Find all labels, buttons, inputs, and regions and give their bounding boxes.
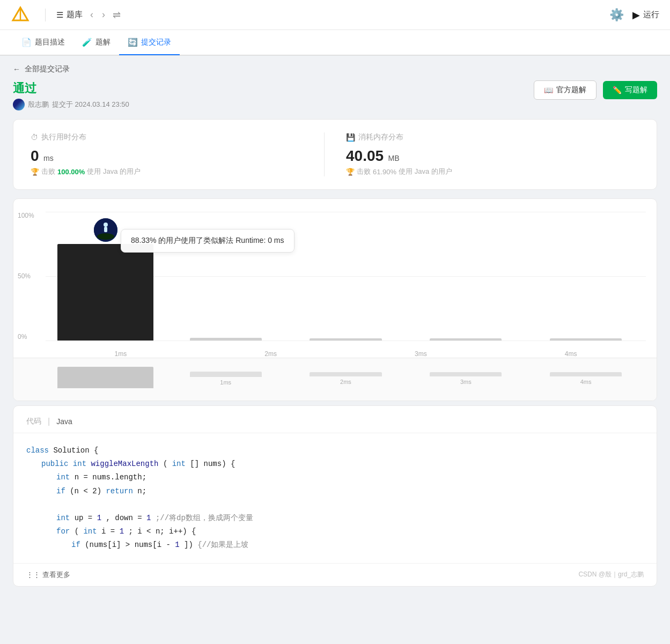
bar-gray-4ms <box>550 338 622 340</box>
edit-icon: ✏️ <box>613 86 622 94</box>
bar-gray-1ms <box>190 338 262 340</box>
mem-pct: 61.90% <box>373 168 396 176</box>
code-section: 代码 | Java class Solution { public int wi… <box>13 405 657 587</box>
mem-sub-suffix: 使用 Java 的用户 <box>399 167 452 176</box>
submission-header: 通过 殷志鹏 提交于 2024.03.14 23:50 📖 官方题解 ✏️ 写题… <box>13 80 657 110</box>
xlabel-4: 4ms <box>565 350 577 358</box>
svg-point-5 <box>104 223 108 227</box>
user-settings-icon[interactable]: ⚙️ <box>609 8 624 22</box>
book-icon: 📖 <box>544 86 553 94</box>
next-btn[interactable]: › <box>99 8 108 21</box>
see-more-btn[interactable]: ⋮⋮ 查看更多 <box>26 570 70 580</box>
csdn-credit: CSDN @殷｜grd_志鹏 <box>578 570 644 579</box>
xlabel-3: 3ms <box>415 350 427 358</box>
write-btn-label: 写题解 <box>625 85 647 95</box>
bar-2ms <box>286 338 406 340</box>
code-line-2: public int wiggleMaxLength ( int [] nums… <box>26 457 644 471</box>
play-icon: ▶ <box>632 9 640 21</box>
code-line-3: int n = nums.length; <box>26 471 644 484</box>
nav-arrows: ‹ › <box>87 8 108 21</box>
run-btn[interactable]: ▶ 运行 <box>632 9 659 21</box>
run-label: 运行 <box>643 10 659 20</box>
mem-title: 💾 消耗内存分布 <box>346 132 639 142</box>
tab-description[interactable]: 📄 题目描述 <box>13 31 73 55</box>
bar-gray-2ms <box>310 338 381 340</box>
ylabel-100: 100% <box>18 212 34 219</box>
status-pass: 通过 <box>13 80 129 97</box>
chart-wrap: 100% 50% 0% <box>13 208 657 358</box>
code-line-7: for ( int i = 1 ; i < n; i++) { <box>26 525 644 538</box>
code-footer: ⋮⋮ 查看更多 CSDN @殷｜grd_志鹏 <box>13 563 657 586</box>
time-sub-suffix: 使用 Java 的用户 <box>87 167 141 176</box>
clock-icon: ⏱ <box>31 133 38 142</box>
mem-sub-prefix: 击败 <box>357 167 371 176</box>
time-title-label: 执行用时分布 <box>41 132 86 142</box>
bar-4ms <box>526 338 646 340</box>
xlabel-2: 2ms <box>264 350 277 358</box>
xaxis: 1ms 2ms 3ms 4ms <box>46 350 646 358</box>
trophy-icon: 🏆 <box>31 168 39 176</box>
bar-3ms <box>406 338 526 340</box>
nav-divider <box>45 9 46 21</box>
see-more-label: 查看更多 <box>42 570 70 580</box>
top-nav: ☰ 题库 ‹ › ⇌ ⚙️ ▶ 运行 <box>0 0 670 30</box>
official-btn-label: 官方题解 <box>556 85 586 95</box>
logo[interactable] <box>11 5 30 25</box>
ylabel-0: 0% <box>18 333 34 340</box>
mini-xlabel-2: 2ms <box>340 379 351 385</box>
chart-yaxis: 100% 50% 0% <box>13 208 39 358</box>
tooltip-text: 88.33% 的用户使用了类似解法 Runtime: 0 ms <box>131 236 284 245</box>
prev-btn[interactable]: ‹ <box>87 8 97 21</box>
mini-xlabel-1: 1ms <box>220 379 231 386</box>
chevron-down-icon: ⋮⋮ <box>26 571 40 579</box>
stats-card: ⏱ 执行用时分布 0 ms 🏆 击败 100.00% 使用 Java 的用户 💾 <box>13 119 657 190</box>
stats-row: ⏱ 执行用时分布 0 ms 🏆 击败 100.00% 使用 Java 的用户 💾 <box>31 132 639 176</box>
back-icon: ← <box>13 65 20 73</box>
mem-unit: MB <box>388 154 400 162</box>
shuffle-btn[interactable]: ⇌ <box>108 8 125 22</box>
submissions-icon: 🔄 <box>128 38 138 47</box>
svg-rect-6 <box>104 227 107 232</box>
official-solution-btn[interactable]: 📖 官方题解 <box>534 80 597 100</box>
time-title: ⏱ 执行用时分布 <box>31 132 324 142</box>
write-solution-btn[interactable]: ✏️ 写题解 <box>603 81 657 99</box>
submitter-info: 殷志鹏 提交于 2024.03.14 23:50 <box>13 99 129 110</box>
tab-description-label: 题目描述 <box>35 38 65 47</box>
time-value-row: 0 ms <box>31 147 324 165</box>
header-actions: 📖 官方题解 ✏️ 写题解 <box>534 80 657 100</box>
time-sub-prefix: 击败 <box>41 167 55 176</box>
code-header: 代码 | Java <box>13 417 657 433</box>
stats-mem: 💾 消耗内存分布 40.05 MB 🏆 击败 61.90% 使用 Java 的用… <box>324 132 639 176</box>
svg-point-4 <box>97 233 114 240</box>
breadcrumb[interactable]: ← 全部提交记录 <box>13 56 657 80</box>
code-body: class Solution { public int wiggleMaxLen… <box>13 433 657 563</box>
tab-solution-label: 题解 <box>95 38 111 47</box>
tab-submissions-label: 提交记录 <box>141 38 171 47</box>
time-sub: 🏆 击败 100.00% 使用 Java 的用户 <box>31 167 324 176</box>
code-lang: Java <box>56 417 72 426</box>
tab-bar: 📄 题目描述 🧪 题解 🔄 提交记录 <box>0 30 670 56</box>
mem-title-label: 消耗内存分布 <box>358 132 403 142</box>
code-line-1: class Solution { <box>26 444 644 457</box>
mem-sub: 🏆 击败 61.90% 使用 Java 的用户 <box>346 167 639 176</box>
code-line-4: if (n < 2) return n; <box>26 485 644 498</box>
chart-container: 100% 50% 0% <box>13 198 657 401</box>
submit-time: 提交于 2024.03.14 23:50 <box>52 100 129 109</box>
mem-trophy-icon: 🏆 <box>346 168 355 176</box>
main-content: ← 全部提交记录 通过 殷志鹏 提交于 2024.03.14 23:50 📖 官… <box>0 56 670 599</box>
list-icon: ☰ <box>56 10 63 20</box>
bar-black-0ms <box>57 244 153 340</box>
tab-submissions[interactable]: 🔄 提交记录 <box>119 31 180 55</box>
code-line-5 <box>26 498 644 512</box>
ylabel-50: 50% <box>18 272 34 280</box>
chart-tooltip: 88.33% 的用户使用了类似解法 Runtime: 0 ms <box>121 229 294 253</box>
mini-xlabel-4: 4ms <box>580 379 592 385</box>
question-bank-btn[interactable]: ☰ 题库 <box>52 8 87 22</box>
time-value: 0 <box>31 147 39 164</box>
tab-solution[interactable]: 🧪 题解 <box>73 31 119 55</box>
mini-xlabel-3: 3ms <box>460 379 472 385</box>
chart-avatar <box>94 218 117 242</box>
description-icon: 📄 <box>21 38 32 47</box>
mem-value-row: 40.05 MB <box>346 147 639 165</box>
code-line-6: int up = 1 , down = 1 ;//将dp数组，换成两个变量 <box>26 512 644 525</box>
